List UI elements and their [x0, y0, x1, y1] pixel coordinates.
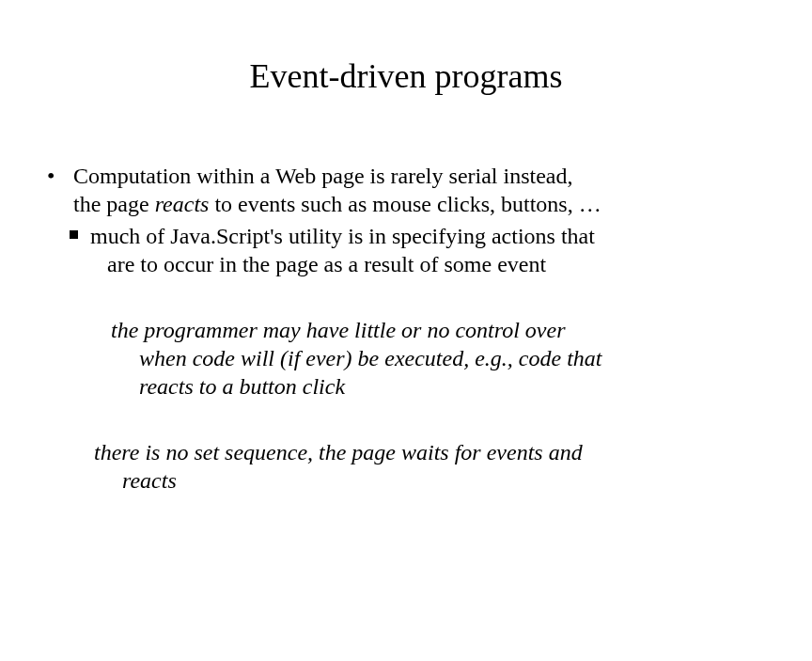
bullet-list: • Computation within a Web page is rarel… [47, 162, 765, 278]
para1-line2a: when code will (if ever) be executed, e.… [111, 344, 765, 372]
bullet1-line2-post: to events such as mouse clicks, buttons,… [209, 192, 601, 216]
bullet-dot-icon: • [47, 162, 55, 190]
bullet1-line1: Computation within a Web page is rarely … [73, 164, 573, 188]
bullet-item-1: • Computation within a Web page is rarel… [47, 162, 765, 218]
para2-line1: there is no set sequence, the page waits… [94, 440, 583, 464]
bullet1-line2-italic: reacts [155, 192, 210, 216]
paragraph-2: there is no set sequence, the page waits… [47, 438, 765, 495]
para1-line1: the programmer may have little or no con… [111, 318, 565, 342]
sub1-line2: are to occur in the page as a result of … [90, 250, 765, 278]
slide-title: Event-driven programs [47, 56, 765, 96]
bullet1-line2-pre: the page [73, 192, 155, 216]
sub1-line1: much of Java.Script's utility is in spec… [90, 224, 595, 248]
slide: Event-driven programs • Computation with… [0, 0, 812, 661]
paragraph-1: the programmer may have little or no con… [47, 316, 765, 401]
sub-bullet-1: much of Java.Script's utility is in spec… [47, 222, 765, 278]
square-bullet-icon [70, 230, 78, 239]
para1-line2b: reacts to a button click [111, 372, 765, 401]
para2-line2: reacts [94, 466, 765, 495]
